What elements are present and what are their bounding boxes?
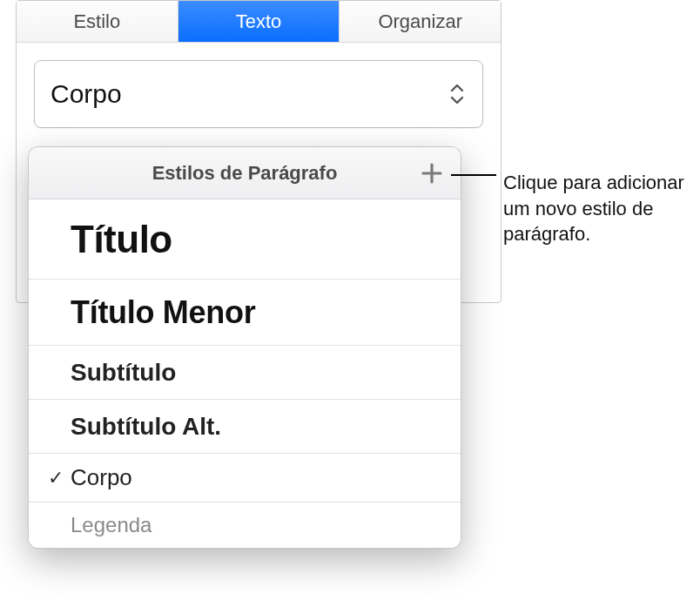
tab-text[interactable]: Texto xyxy=(178,1,340,42)
style-item-label: Subtítulo Alt. xyxy=(71,413,221,441)
style-item-corpo[interactable]: ✓ Corpo xyxy=(29,454,461,503)
style-item-legenda[interactable]: Legenda xyxy=(29,503,461,548)
style-item-subtitulo-alt[interactable]: Subtítulo Alt. xyxy=(29,400,461,454)
popover-title: Estilos de Parágrafo xyxy=(152,162,338,185)
style-item-label: Subtítulo xyxy=(71,359,176,387)
style-item-label: Título Menor xyxy=(71,294,255,331)
paragraph-styles-popover: Estilos de Parágrafo Título Título Menor… xyxy=(28,146,461,549)
style-item-subtitulo[interactable]: Subtítulo xyxy=(29,346,461,400)
tab-style[interactable]: Estilo xyxy=(17,1,178,42)
chevron-updown-icon xyxy=(448,80,467,108)
paragraph-style-select[interactable]: Corpo xyxy=(34,60,483,128)
tab-arrange[interactable]: Organizar xyxy=(340,1,501,42)
style-item-titulo-menor[interactable]: Título Menor xyxy=(29,280,461,346)
check-icon: ✓ xyxy=(48,467,71,489)
popover-header: Estilos de Parágrafo xyxy=(29,147,461,199)
style-item-label: Título xyxy=(71,218,172,261)
add-style-button[interactable] xyxy=(417,159,447,188)
style-item-label: Corpo xyxy=(71,464,132,491)
callout-text: Clique para adicionar um novo estilo de … xyxy=(503,170,695,247)
style-item-label: Legenda xyxy=(71,513,151,537)
tab-bar: Estilo Texto Organizar xyxy=(17,1,501,43)
style-item-titulo[interactable]: Título xyxy=(29,199,461,280)
style-list: Título Título Menor Subtítulo Subtítulo … xyxy=(29,199,461,548)
paragraph-style-current: Corpo xyxy=(50,79,122,109)
plus-icon xyxy=(421,162,443,185)
